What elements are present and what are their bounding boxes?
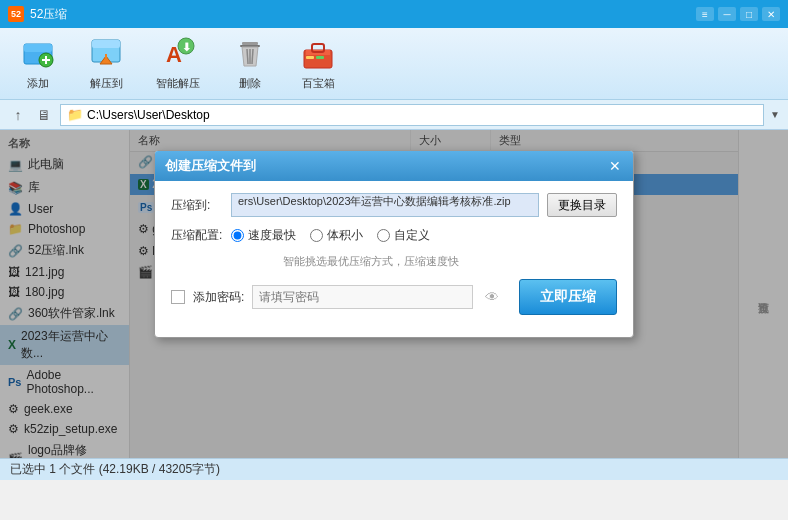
- extract-icon: [88, 36, 124, 72]
- dialog-close-btn[interactable]: ✕: [607, 159, 623, 173]
- password-action-row: 添加密码: 👁 立即压缩: [171, 279, 617, 315]
- nav-monitor-btn[interactable]: 🖥: [34, 105, 54, 125]
- title-bar-left: 52 52压缩: [8, 6, 67, 23]
- toolbox-label: 百宝箱: [302, 76, 335, 91]
- address-bar: ↑ 🖥 📁 C:\Users\User\Desktop ▼: [0, 100, 788, 130]
- nav-up-btn[interactable]: ↑: [8, 105, 28, 125]
- add-label: 添加: [27, 76, 49, 91]
- radio-smallest[interactable]: 体积小: [310, 227, 363, 244]
- add-button[interactable]: 添加: [12, 32, 64, 95]
- smart-extract-label: 智能解压: [156, 76, 200, 91]
- dialog-body: 压缩到: ers\User\Desktop\2023年运营中心数据编辑考核标准.…: [155, 181, 633, 337]
- svg-line-16: [252, 49, 253, 64]
- radio-fastest[interactable]: 速度最快: [231, 227, 296, 244]
- app-title: 52压缩: [30, 6, 67, 23]
- svg-text:⬇: ⬇: [182, 41, 191, 53]
- extract-label: 解压到: [90, 76, 123, 91]
- change-dir-btn[interactable]: 更换目录: [547, 193, 617, 217]
- address-path: C:\Users\User\Desktop: [87, 108, 210, 122]
- address-input[interactable]: 📁 C:\Users\User\Desktop: [60, 104, 764, 126]
- address-dropdown-btn[interactable]: ▼: [770, 109, 780, 120]
- maximize-btn[interactable]: □: [740, 7, 758, 21]
- config-label: 压缩配置:: [171, 227, 223, 244]
- main-area: 名称 💻 此电脑 📚 库 👤 User 📁 Photoshop 🔗 52压缩.l…: [0, 130, 788, 458]
- add-password-checkbox[interactable]: [171, 290, 185, 304]
- dialog-title-bar: 创建压缩文件到 ✕: [155, 151, 633, 181]
- svg-rect-20: [306, 56, 314, 59]
- modal-overlay: 创建压缩文件到 ✕ 压缩到: ers\User\Desktop\2023年运营中…: [0, 130, 788, 458]
- minimize-btn[interactable]: ─: [718, 7, 736, 21]
- status-bar: 已选中 1 个文件 (42.19KB / 43205字节): [0, 458, 788, 480]
- svg-rect-12: [242, 42, 258, 45]
- target-path-input[interactable]: ers\User\Desktop\2023年运营中心数据编辑考核标准.zip: [231, 193, 539, 217]
- add-icon: [20, 36, 56, 72]
- target-path-text: ers\User\Desktop\2023年运营中心数据编辑考核标准.zip: [238, 195, 511, 207]
- radio-custom[interactable]: 自定义: [377, 227, 430, 244]
- delete-button[interactable]: 删除: [224, 32, 276, 95]
- radio-fastest-label: 速度最快: [248, 227, 296, 244]
- toolbar: 添加 解压到 A ⬇ 智能解压: [0, 28, 788, 100]
- svg-line-14: [247, 49, 248, 64]
- toolbox-icon: [300, 36, 336, 72]
- config-row: 压缩配置: 速度最快 体积小 自定义: [171, 227, 617, 244]
- compress-now-btn[interactable]: 立即压缩: [519, 279, 617, 315]
- target-label: 压缩到:: [171, 197, 223, 214]
- radio-group: 速度最快 体积小 自定义: [231, 227, 617, 244]
- radio-custom-label: 自定义: [394, 227, 430, 244]
- menu-btn[interactable]: ≡: [696, 7, 714, 21]
- radio-custom-input[interactable]: [377, 229, 390, 242]
- folder-icon: 📁: [67, 107, 83, 122]
- radio-smallest-input[interactable]: [310, 229, 323, 242]
- password-input[interactable]: [252, 285, 473, 309]
- svg-rect-6: [92, 40, 120, 48]
- dialog-title-text: 创建压缩文件到: [165, 157, 256, 175]
- close-btn[interactable]: ✕: [762, 7, 780, 21]
- radio-fastest-input[interactable]: [231, 229, 244, 242]
- status-text: 已选中 1 个文件 (42.19KB / 43205字节): [10, 461, 220, 478]
- hint-row: 智能挑选最优压缩方式，压缩速度快: [231, 254, 617, 269]
- smart-extract-icon: A ⬇: [160, 36, 196, 72]
- app-icon: 52: [8, 6, 24, 22]
- svg-rect-1: [24, 44, 52, 52]
- svg-rect-21: [316, 56, 324, 59]
- radio-smallest-label: 体积小: [327, 227, 363, 244]
- window-controls: ≡ ─ □ ✕: [696, 7, 780, 21]
- delete-label: 删除: [239, 76, 261, 91]
- target-row: 压缩到: ers\User\Desktop\2023年运营中心数据编辑考核标准.…: [171, 193, 617, 217]
- delete-icon: [232, 36, 268, 72]
- create-archive-dialog: 创建压缩文件到 ✕ 压缩到: ers\User\Desktop\2023年运营中…: [154, 150, 634, 338]
- password-label: 添加密码:: [193, 289, 244, 306]
- smart-extract-button[interactable]: A ⬇ 智能解压: [148, 32, 208, 95]
- title-bar: 52 52压缩 ≡ ─ □ ✕: [0, 0, 788, 28]
- extract-button[interactable]: 解压到: [80, 32, 132, 95]
- toolbox-button[interactable]: 百宝箱: [292, 32, 344, 95]
- hint-text: 智能挑选最优压缩方式，压缩速度快: [283, 255, 459, 267]
- password-eye-icon[interactable]: 👁: [485, 289, 499, 305]
